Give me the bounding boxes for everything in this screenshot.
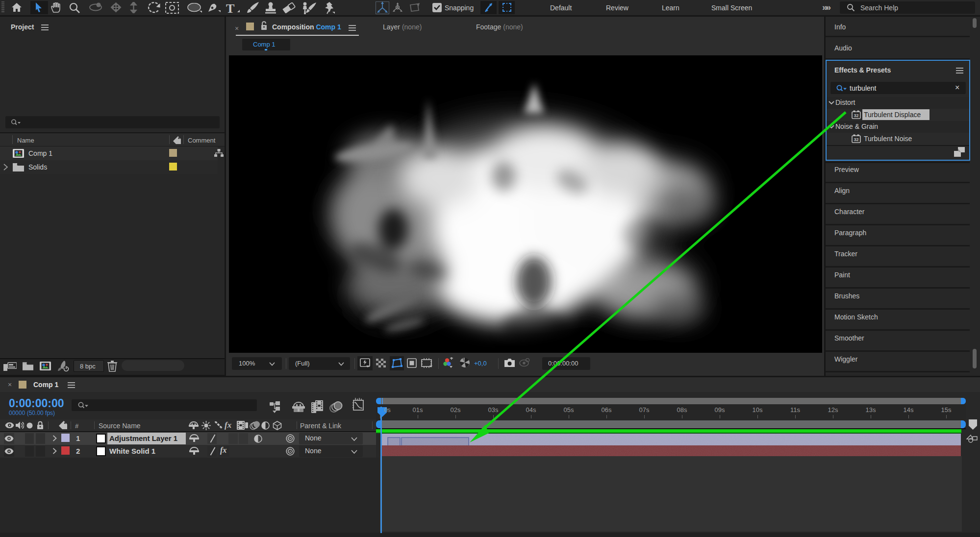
svg-text:32: 32 bbox=[854, 113, 858, 118]
svg-text:32: 32 bbox=[854, 137, 858, 142]
